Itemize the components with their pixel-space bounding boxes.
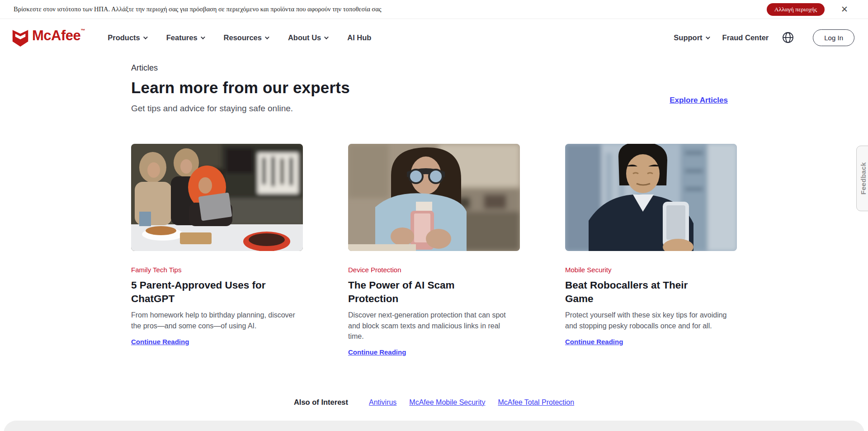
articles-hero: Articles Learn more from our experts Get…	[0, 56, 868, 114]
feedback-tab-label: Feedback	[860, 162, 868, 195]
article-title[interactable]: 5 Parent-Approved Uses for ChatGPT	[131, 279, 285, 305]
article-category[interactable]: Mobile Security	[565, 266, 737, 274]
mcafee-shield-icon	[12, 29, 28, 47]
nav-item-products[interactable]: Products	[108, 33, 146, 42]
chevron-down-icon	[143, 35, 148, 39]
also-of-interest-label: Also of Interest	[294, 398, 348, 407]
article-description: Protect yourself with these six key tips…	[565, 310, 735, 331]
also-of-interest: Also of Interest Antivirus McAfee Mobile…	[0, 398, 868, 407]
close-icon[interactable]: ✕	[841, 5, 848, 14]
article-card: Device Protection The Power of AI Scam P…	[348, 144, 520, 356]
region-banner-message: Βρίσκεστε στον ιστότοπο των ΗΠΑ. Αλλάξτε…	[14, 5, 382, 13]
explore-articles-link[interactable]: Explore Articles	[670, 96, 728, 105]
also-link-total-protection[interactable]: McAfee Total Protection	[498, 398, 574, 407]
mcafee-logo[interactable]: McAfee™	[12, 28, 85, 47]
login-button[interactable]: Log In	[813, 29, 854, 46]
nav-menu: Products Features Resources About Us AI …	[108, 33, 371, 42]
article-description: From homework help to birthday planning,…	[131, 310, 301, 331]
article-image-family-tech-tips[interactable]	[131, 144, 303, 251]
article-card-row: Family Tech Tips 5 Parent-Approved Uses …	[131, 144, 868, 356]
globe-icon[interactable]	[782, 32, 794, 43]
also-link-antivirus[interactable]: Antivirus	[369, 398, 396, 407]
article-card: Mobile Security Beat Robocallers at Thei…	[565, 144, 737, 356]
article-card: Family Tech Tips 5 Parent-Approved Uses …	[131, 144, 303, 356]
article-category[interactable]: Device Protection	[348, 266, 520, 274]
change-region-button[interactable]: Αλλαγή περιοχής	[767, 3, 825, 16]
nav-item-support[interactable]: Support	[674, 33, 708, 42]
articles-eyebrow: Articles	[131, 63, 728, 73]
continue-reading-link[interactable]: Continue Reading	[565, 338, 623, 346]
continue-reading-link[interactable]: Continue Reading	[348, 348, 406, 356]
article-image-mobile-security[interactable]	[565, 144, 737, 251]
continue-reading-link[interactable]: Continue Reading	[131, 338, 189, 346]
region-banner: Βρίσκεστε στον ιστότοπο των ΗΠΑ. Αλλάξτε…	[0, 0, 868, 19]
footer-top-strip	[4, 421, 864, 431]
nav-item-fraud-center[interactable]: Fraud Center	[722, 33, 769, 42]
article-title[interactable]: Beat Robocallers at Their Game	[565, 279, 719, 305]
chevron-down-icon	[706, 35, 710, 39]
chevron-down-icon	[265, 35, 269, 39]
page-title: Learn more from our experts	[131, 79, 728, 97]
chevron-down-icon	[201, 35, 205, 39]
article-category[interactable]: Family Tech Tips	[131, 266, 303, 274]
nav-item-ai-hub[interactable]: AI Hub	[347, 33, 371, 42]
chevron-down-icon	[324, 35, 329, 39]
feedback-tab[interactable]: Feedback	[856, 146, 868, 211]
article-image-device-protection[interactable]	[348, 144, 520, 251]
nav-item-about-us[interactable]: About Us	[288, 33, 327, 42]
nav-item-resources[interactable]: Resources	[224, 33, 268, 42]
mcafee-wordmark: McAfee™	[32, 28, 85, 43]
also-link-mobile-security[interactable]: McAfee Mobile Security	[409, 398, 485, 407]
article-description: Discover next-generation protection that…	[348, 310, 518, 341]
page-subtitle: Get tips and advice for staying safe onl…	[131, 104, 728, 114]
nav-right: Support Fraud Center Log In	[674, 29, 854, 46]
nav-item-features[interactable]: Features	[166, 33, 204, 42]
main-navigation: McAfee™ Products Features Resources Abou…	[0, 19, 868, 56]
article-title[interactable]: The Power of AI Scam Protection	[348, 279, 502, 305]
